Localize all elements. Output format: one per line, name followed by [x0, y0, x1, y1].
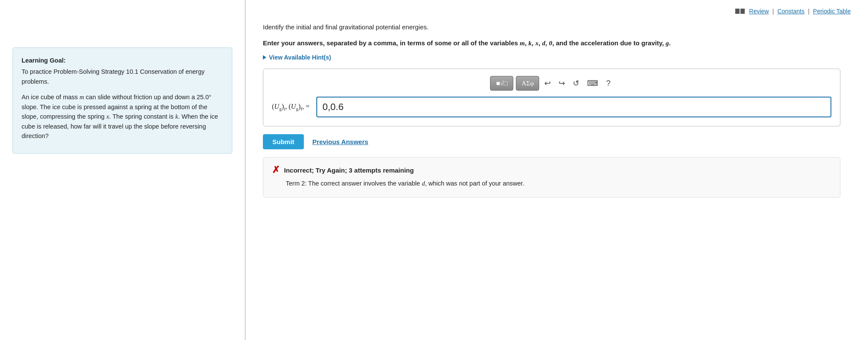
error-box: ✗ Incorrect; Try Again; 3 attempts remai…	[263, 157, 840, 198]
constants-link[interactable]: Constants	[777, 8, 805, 15]
greek-icon: ΑΣφ	[521, 80, 534, 87]
keyboard-icon: ⌨	[587, 79, 598, 88]
periodic-table-link[interactable]: Periodic Table	[813, 8, 851, 15]
previous-answers-link[interactable]: Previous Answers	[312, 138, 368, 145]
learning-goal-title: Learning Goal:	[22, 56, 223, 65]
hint-label: View Available Hint(s)	[269, 54, 331, 61]
answer-input[interactable]: 0,0.6	[316, 97, 831, 117]
learning-goal-text: To practice Problem-Solving Strategy 10.…	[22, 67, 223, 86]
submit-row: Submit Previous Answers	[263, 134, 851, 149]
math-toolbar-button[interactable]: ■√□	[490, 76, 513, 91]
instruction-text: Identify the initial and final gravitati…	[263, 22, 851, 32]
submit-button[interactable]: Submit	[263, 134, 304, 149]
left-panel: Learning Goal: To practice Problem-Solvi…	[0, 0, 246, 340]
answer-label: (Ug)i, (Ug)f, =	[272, 103, 309, 111]
problem-text: An ice cube of mass m can slide without …	[22, 92, 223, 141]
undo-icon: ↩	[544, 79, 551, 88]
separator-2: |	[808, 8, 810, 15]
greek-toolbar-button[interactable]: ΑΣφ	[516, 76, 539, 91]
review-book-icon	[735, 9, 745, 14]
redo-button[interactable]: ↪	[556, 76, 568, 91]
top-nav: Review | Constants | Periodic Table	[263, 8, 851, 15]
error-x-icon: ✗	[272, 164, 280, 176]
undo-button[interactable]: ↩	[542, 76, 553, 91]
toolbar: ■√□ ΑΣφ ↩ ↪ ↺ ⌨ ?	[272, 76, 831, 91]
error-text: Term 2: The correct answer involves the …	[286, 179, 831, 189]
error-title: Incorrect; Try Again; 3 attempts remaini…	[284, 167, 414, 174]
review-link[interactable]: Review	[749, 8, 769, 15]
learning-goal-box: Learning Goal: To practice Problem-Solvi…	[12, 47, 232, 154]
answer-container: ■√□ ΑΣφ ↩ ↪ ↺ ⌨ ? (Ug)i, (Ug)f	[263, 69, 840, 126]
refresh-icon: ↺	[573, 79, 579, 88]
help-button[interactable]: ?	[603, 76, 613, 91]
math-icon: ■√□	[496, 80, 507, 87]
instruction-bold: Enter your answers, separated by a comma…	[263, 38, 851, 48]
error-header: ✗ Incorrect; Try Again; 3 attempts remai…	[272, 164, 831, 176]
separator-1: |	[772, 8, 774, 15]
keyboard-button[interactable]: ⌨	[584, 76, 601, 91]
help-icon: ?	[606, 79, 610, 88]
hint-link[interactable]: View Available Hint(s)	[263, 54, 851, 61]
hint-arrow-icon	[263, 55, 266, 60]
refresh-button[interactable]: ↺	[570, 76, 582, 91]
right-panel: Review | Constants | Periodic Table Iden…	[246, 0, 868, 340]
redo-icon: ↪	[559, 79, 565, 88]
answer-row: (Ug)i, (Ug)f, = 0,0.6	[272, 97, 831, 117]
